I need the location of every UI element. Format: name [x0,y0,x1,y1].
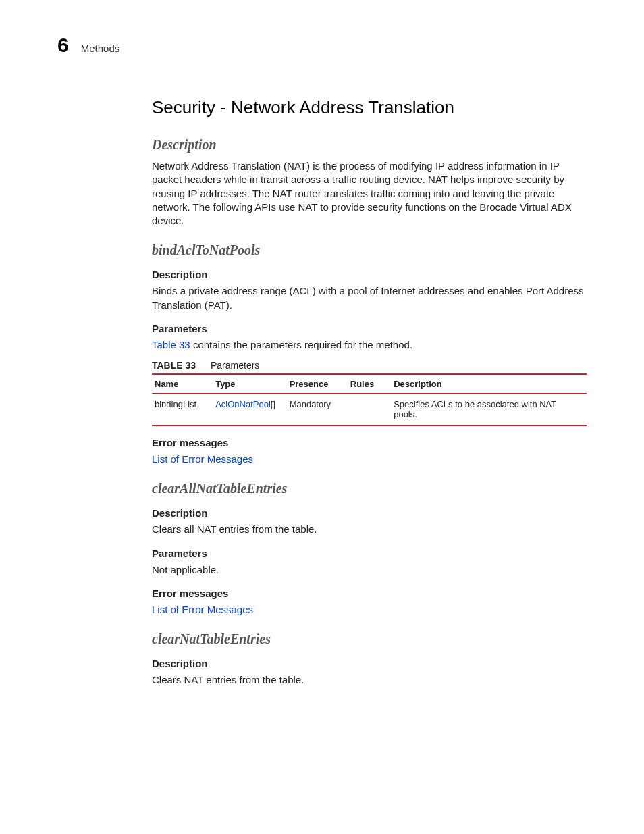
cell-type: AclOnNatPool[] [213,394,286,426]
desc-text: Clears NAT entries from the table. [152,673,587,687]
desc-text: Clears all NAT entries from the table. [152,523,587,536]
table-header-row: Name Type Presence Rules Description [152,374,587,394]
method-heading-clearnattableentries: clearNatTableEntries [152,631,587,647]
description-heading: Description [152,137,587,153]
error-link-wrap: List of Error Messages [152,603,587,617]
desc-label: Description [152,658,587,669]
method-heading-bindacltonatpools: bindAclToNatPools [152,242,587,258]
desc-label: Description [152,507,587,519]
table-block: TABLE 33 Parameters Name Type Presence R… [152,360,587,426]
params-label: Parameters [152,548,587,559]
params-text: Not applicable. [152,563,587,577]
th-name: Name [152,374,213,394]
table-row: bindingList AclOnNatPool[] Mandatory Spe… [152,394,587,426]
params-intro: Table 33 contains the parameters require… [152,338,587,352]
chapter-number: 6 [57,34,69,57]
table-label: TABLE 33 [152,360,196,371]
desc-label: Description [152,269,587,280]
cell-description: Specifies ACLs to be associated with NAT… [391,394,587,426]
table-title-row: TABLE 33 Parameters [152,360,587,371]
params-table: Name Type Presence Rules Description bin… [152,373,587,426]
error-messages-link[interactable]: List of Error Messages [152,453,253,465]
page-container: 6 Methods Security - Network Address Tra… [0,0,644,735]
table-caption: Parameters [211,360,259,371]
cell-presence: Mandatory [287,394,348,426]
content-area: Security - Network Address Translation D… [152,97,587,687]
error-label: Error messages [152,437,587,448]
desc-text: Binds a private address range (ACL) with… [152,284,587,312]
table-ref-link[interactable]: Table 33 [152,339,190,350]
cell-rules [348,394,391,426]
type-link[interactable]: AclOnNatPool [215,399,271,409]
th-type: Type [213,374,286,394]
th-description: Description [391,374,587,394]
cell-name: bindingList [152,394,213,426]
page-header: 6 Methods [57,34,587,57]
error-label: Error messages [152,588,587,599]
th-rules: Rules [348,374,391,394]
method-heading-clearallnattableentries: clearAllNatTableEntries [152,481,587,496]
section-title: Security - Network Address Translation [152,97,587,118]
description-body: Network Address Translation (NAT) is the… [152,159,587,228]
error-messages-link[interactable]: List of Error Messages [152,604,253,615]
type-suffix: [] [271,399,275,409]
th-presence: Presence [287,374,348,394]
chapter-label: Methods [81,43,120,54]
params-label: Parameters [152,323,587,334]
error-link-wrap: List of Error Messages [152,452,587,466]
params-intro-rest: contains the parameters required for the… [190,339,412,350]
